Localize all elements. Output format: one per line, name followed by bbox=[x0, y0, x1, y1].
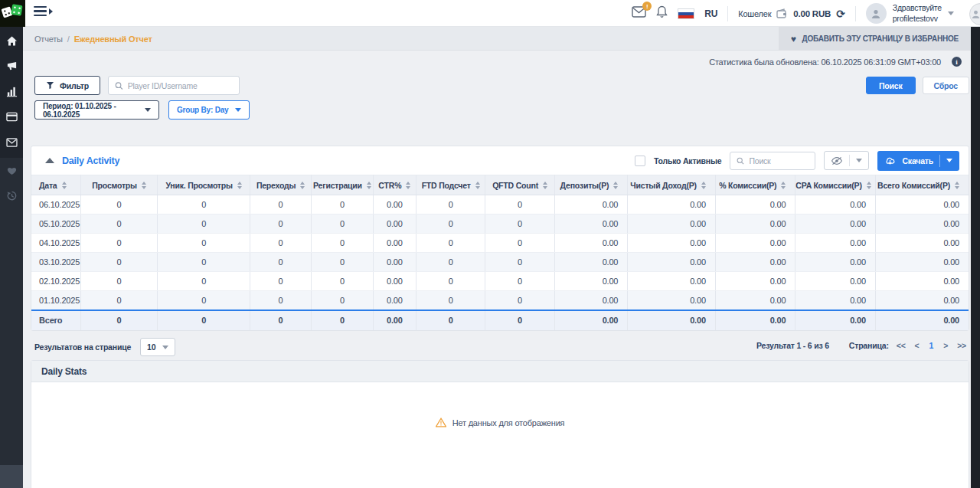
column-visibility-button[interactable] bbox=[824, 151, 869, 170]
only-active-checkbox[interactable] bbox=[635, 156, 645, 166]
sidebar-item-mail[interactable] bbox=[0, 129, 23, 155]
value-cell: 0.00 bbox=[795, 291, 876, 310]
player-search-input[interactable] bbox=[128, 81, 233, 90]
total-value-cell: 0 bbox=[250, 310, 311, 330]
chevron-down-icon bbox=[162, 346, 168, 349]
credit-card-icon bbox=[6, 112, 18, 122]
sort-icon[interactable] bbox=[367, 182, 371, 189]
language-selector[interactable]: RU bbox=[704, 8, 717, 19]
sidebar-item-statistics[interactable] bbox=[0, 79, 23, 104]
column-header-12[interactable]: CPA Комиссии(Р) bbox=[795, 175, 876, 195]
download-button[interactable]: Скачать bbox=[877, 151, 959, 171]
value-cell: 0 bbox=[158, 253, 250, 272]
column-header-7[interactable]: FTD Подсчет bbox=[416, 175, 485, 195]
column-header-4[interactable]: Переходы bbox=[250, 175, 311, 195]
sidebar-item-finance[interactable] bbox=[0, 104, 23, 129]
column-header-11[interactable]: % Комиссии(Р) bbox=[715, 175, 795, 195]
column-header-13[interactable]: Всего Комиссий(Р) bbox=[875, 175, 969, 195]
page-label: Страница: bbox=[849, 341, 889, 350]
breadcrumb-section[interactable]: Отчеты bbox=[34, 34, 63, 44]
prev-page-button[interactable]: < bbox=[913, 341, 921, 350]
sort-icon[interactable] bbox=[406, 182, 410, 189]
sidebar-item-history[interactable] bbox=[0, 183, 23, 208]
daily-activity-card: Daily Activity Только Активные bbox=[31, 146, 969, 331]
last-page-button[interactable]: >> bbox=[956, 341, 968, 350]
chevron-down-icon bbox=[856, 159, 862, 162]
notifications-button[interactable] bbox=[656, 5, 668, 21]
value-cell: 0.00 bbox=[554, 272, 627, 291]
value-cell: 0 bbox=[312, 215, 373, 234]
total-value-cell: 0.00 bbox=[628, 310, 716, 330]
column-header-2[interactable]: Просмотры bbox=[80, 175, 157, 195]
search-button[interactable]: Поиск bbox=[866, 77, 916, 94]
hamburger-icon bbox=[34, 6, 47, 16]
value-cell: 0.00 bbox=[715, 253, 795, 272]
value-cell: 0.00 bbox=[795, 195, 876, 215]
column-header-9[interactable]: Депозиты(Р) bbox=[554, 175, 627, 195]
brand-logo[interactable] bbox=[0, 0, 25, 27]
right-edge-panel[interactable] bbox=[971, 27, 980, 488]
column-header-8[interactable]: QFTD Count bbox=[485, 175, 554, 195]
player-search-field[interactable] bbox=[108, 76, 240, 95]
column-header-3[interactable]: Уник. Просмотры bbox=[158, 175, 250, 195]
sort-icon[interactable] bbox=[142, 182, 146, 189]
sort-icon[interactable] bbox=[701, 182, 706, 189]
eye-slash-icon bbox=[831, 156, 843, 165]
sidebar-toggle-button[interactable] bbox=[34, 6, 53, 16]
reset-button[interactable]: Сброс bbox=[923, 77, 969, 94]
table-search-field[interactable] bbox=[730, 152, 815, 170]
value-cell: 0.00 bbox=[628, 291, 716, 310]
column-header-6[interactable]: CTR% bbox=[373, 175, 416, 195]
support-chat-button[interactable] bbox=[969, 3, 980, 25]
per-page-select[interactable]: 10 bbox=[140, 338, 175, 356]
table-row: 06.10.202500000.00000.000.000.000.000.00 bbox=[31, 195, 969, 215]
first-page-button[interactable]: << bbox=[895, 341, 907, 350]
value-cell: 0.00 bbox=[373, 253, 416, 272]
value-cell: 0.00 bbox=[715, 195, 795, 215]
sort-icon[interactable] bbox=[62, 182, 67, 189]
sort-icon[interactable] bbox=[781, 182, 786, 189]
sort-icon[interactable] bbox=[237, 182, 242, 189]
column-header-5[interactable]: Регистрации bbox=[312, 175, 373, 195]
column-label: Чистый Доход(Р) bbox=[630, 181, 696, 190]
filter-button[interactable]: Фильтр bbox=[34, 76, 100, 95]
messages-button[interactable]: ! bbox=[632, 6, 646, 21]
funnel-icon bbox=[46, 81, 54, 90]
per-page-value: 10 bbox=[147, 342, 155, 352]
sidebar-item-home[interactable] bbox=[0, 28, 23, 54]
column-header-1[interactable]: Дата bbox=[31, 175, 80, 195]
filters-row-2: Период: 01.10.2025 - 06.10.2025 Group By… bbox=[34, 100, 250, 120]
value-cell: 0.00 bbox=[875, 291, 969, 310]
refresh-balance-button[interactable]: ⟳ bbox=[836, 8, 845, 19]
group-by-dropdown[interactable]: Group By: Day bbox=[168, 100, 250, 120]
current-page[interactable]: 1 bbox=[927, 341, 936, 350]
sort-icon[interactable] bbox=[543, 182, 547, 189]
column-header-10[interactable]: Чистый Доход(Р) bbox=[628, 175, 716, 195]
collapse-icon[interactable] bbox=[45, 158, 54, 163]
sort-icon[interactable] bbox=[613, 182, 618, 189]
wallet-widget: Кошелек 0.00 RUB ⟳ bbox=[738, 8, 845, 19]
table-search-input[interactable] bbox=[749, 156, 808, 165]
add-to-favorites-button[interactable]: ♥ ДОБАВИТЬ ЭТУ СТРАНИЦУ В ИЗБРАННОЕ bbox=[779, 27, 971, 51]
value-cell: 0 bbox=[416, 253, 485, 272]
top-right-cluster: ! RU Кошелек 0.00 RUB bbox=[632, 0, 954, 27]
sort-icon[interactable] bbox=[300, 182, 305, 189]
next-page-button[interactable]: > bbox=[942, 341, 949, 350]
user-menu[interactable]: Здравствуйте profiletestovv bbox=[866, 3, 954, 24]
sort-icon[interactable] bbox=[475, 182, 480, 189]
chevron-down-icon bbox=[946, 159, 952, 162]
sort-icon[interactable] bbox=[955, 182, 959, 189]
value-cell: 0.00 bbox=[628, 253, 716, 272]
russia-flag-icon[interactable] bbox=[678, 8, 694, 19]
sidebar-item-promo[interactable] bbox=[0, 54, 23, 79]
sidebar-item-favorites[interactable] bbox=[0, 158, 23, 183]
info-icon[interactable]: i bbox=[952, 57, 962, 67]
value-cell: 0.00 bbox=[715, 215, 795, 234]
divider bbox=[727, 6, 728, 21]
date-cell: 02.10.2025 bbox=[31, 272, 80, 291]
value-cell: 0 bbox=[250, 253, 311, 272]
table-row: 04.10.202500000.00000.000.000.000.000.00 bbox=[31, 234, 969, 253]
breadcrumb-separator: / bbox=[67, 34, 70, 44]
period-dropdown[interactable]: Период: 01.10.2025 - 06.10.2025 bbox=[34, 100, 159, 120]
sort-icon[interactable] bbox=[867, 182, 871, 189]
